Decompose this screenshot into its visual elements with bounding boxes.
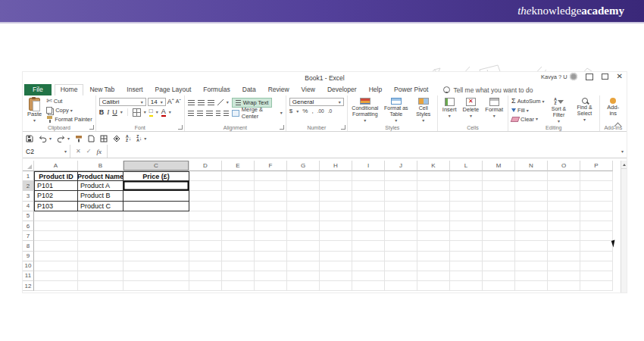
row-header-11[interactable]: 11: [23, 271, 34, 281]
row-header-10[interactable]: 10: [23, 261, 34, 271]
fill-color-icon[interactable]: □: [149, 108, 153, 117]
cell-J6[interactable]: [385, 221, 417, 231]
row-header-5[interactable]: 5: [23, 211, 34, 221]
cell-G10[interactable]: [287, 261, 320, 271]
cell-N11[interactable]: [515, 271, 548, 281]
borders-grid-icon[interactable]: [100, 135, 108, 142]
cell-J11[interactable]: [385, 271, 417, 281]
cell-L8[interactable]: [450, 241, 483, 251]
cell-G1[interactable]: [287, 171, 320, 181]
cell-M6[interactable]: [483, 221, 515, 231]
cell-M4[interactable]: [483, 202, 515, 211]
tab-data[interactable]: Data: [236, 84, 262, 95]
cell-J4[interactable]: [385, 202, 417, 211]
cell-E3[interactable]: [222, 191, 255, 201]
scroll-up-icon[interactable]: [621, 161, 627, 169]
cell-I3[interactable]: [352, 191, 385, 201]
cell-I11[interactable]: [352, 271, 385, 281]
font-family-select[interactable]: Calibri▾: [99, 98, 146, 106]
dialog-launcher-icon[interactable]: [280, 125, 284, 130]
cell-B5[interactable]: [78, 211, 123, 221]
cell-I5[interactable]: [352, 211, 385, 221]
sort-descending-icon[interactable]: ZA↓: [136, 135, 142, 142]
column-header-C[interactable]: C: [123, 161, 189, 171]
cell-I9[interactable]: [352, 252, 385, 261]
cell-E1[interactable]: [222, 171, 255, 181]
cell-N8[interactable]: [515, 241, 548, 251]
cell-O4[interactable]: [548, 202, 580, 211]
cell-E6[interactable]: [222, 221, 255, 231]
cell-styles-button[interactable]: Cell Styles ▾: [413, 98, 434, 123]
row-header-1[interactable]: 1: [23, 171, 34, 181]
cell-J2[interactable]: [385, 181, 417, 191]
cell-L9[interactable]: [450, 252, 483, 261]
cell-L3[interactable]: [450, 191, 483, 201]
cell-A8[interactable]: [34, 241, 78, 251]
cell-G11[interactable]: [287, 271, 320, 281]
cell-A6[interactable]: [34, 221, 78, 231]
tell-me-box[interactable]: Tell me what you want to do: [443, 84, 533, 95]
increase-font-icon[interactable]: Aˆ: [167, 98, 174, 106]
cell-N3[interactable]: [515, 191, 548, 201]
cell-N10[interactable]: [515, 261, 548, 271]
cell-I7[interactable]: [352, 231, 385, 241]
cell-J8[interactable]: [385, 241, 417, 251]
align-middle-icon[interactable]: [198, 100, 205, 105]
tab-home[interactable]: Home: [55, 84, 84, 95]
cell-P6[interactable]: [580, 221, 613, 231]
cell-C9[interactable]: [123, 252, 189, 261]
fill-button[interactable]: Fill▾: [511, 107, 544, 114]
tab-file[interactable]: File: [24, 84, 52, 95]
redo-icon[interactable]: [57, 135, 65, 142]
cell-C6[interactable]: [123, 221, 189, 231]
format-as-table-button[interactable]: Format as Table ▾: [383, 98, 410, 123]
cell-O1[interactable]: [548, 171, 580, 181]
cell-I12[interactable]: [352, 281, 385, 291]
align-center-icon[interactable]: [197, 111, 203, 116]
cell-I8[interactable]: [352, 241, 385, 251]
cell-G8[interactable]: [287, 241, 320, 251]
row-header-4[interactable]: 4: [23, 202, 34, 211]
dialog-launcher-icon[interactable]: [341, 125, 345, 130]
column-header-H[interactable]: H: [320, 161, 352, 171]
cell-A5[interactable]: [34, 211, 78, 221]
align-right-icon[interactable]: [206, 111, 212, 116]
cell-M1[interactable]: [483, 171, 515, 181]
align-left-icon[interactable]: [188, 111, 194, 116]
cell-K12[interactable]: [417, 281, 450, 291]
cell-I1[interactable]: [352, 171, 385, 181]
column-header-F[interactable]: F: [255, 161, 287, 171]
undo-dropdown-icon[interactable]: ▾: [49, 136, 52, 141]
cell-N5[interactable]: [515, 211, 548, 221]
save-icon[interactable]: [26, 135, 33, 142]
cell-P4[interactable]: [580, 202, 613, 211]
cell-A11[interactable]: [34, 271, 78, 281]
cell-N7[interactable]: [515, 231, 548, 241]
cell-H11[interactable]: [320, 271, 352, 281]
cell-D2[interactable]: [189, 181, 222, 191]
cell-C10[interactable]: [123, 261, 189, 271]
cell-G7[interactable]: [287, 231, 320, 241]
sort-filter-button[interactable]: AZ Sort & Filter▾: [548, 98, 571, 123]
cell-P3[interactable]: [580, 191, 613, 201]
number-format-select[interactable]: General▾: [289, 98, 344, 106]
align-bottom-icon[interactable]: [208, 100, 214, 105]
cell-L2[interactable]: [450, 181, 483, 191]
cell-B3[interactable]: Product B: [78, 191, 123, 201]
cell-M5[interactable]: [483, 211, 515, 221]
cell-O3[interactable]: [548, 191, 580, 201]
sort-ascending-icon[interactable]: AZ↓: [126, 135, 131, 142]
vertical-scrollbar[interactable]: [621, 161, 627, 293]
cell-D9[interactable]: [189, 252, 222, 261]
decrease-indent-icon[interactable]: [216, 111, 220, 116]
underline-button[interactable]: U: [112, 108, 117, 116]
row-header-2[interactable]: 2: [23, 181, 34, 191]
cell-K3[interactable]: [417, 191, 450, 201]
cell-F12[interactable]: [255, 281, 287, 291]
cell-K9[interactable]: [417, 252, 450, 261]
cell-C11[interactable]: [123, 271, 189, 281]
cell-G3[interactable]: [287, 191, 320, 201]
cell-B10[interactable]: [78, 261, 123, 271]
redo-dropdown-icon[interactable]: ▾: [67, 136, 70, 141]
cell-K1[interactable]: [417, 171, 450, 181]
